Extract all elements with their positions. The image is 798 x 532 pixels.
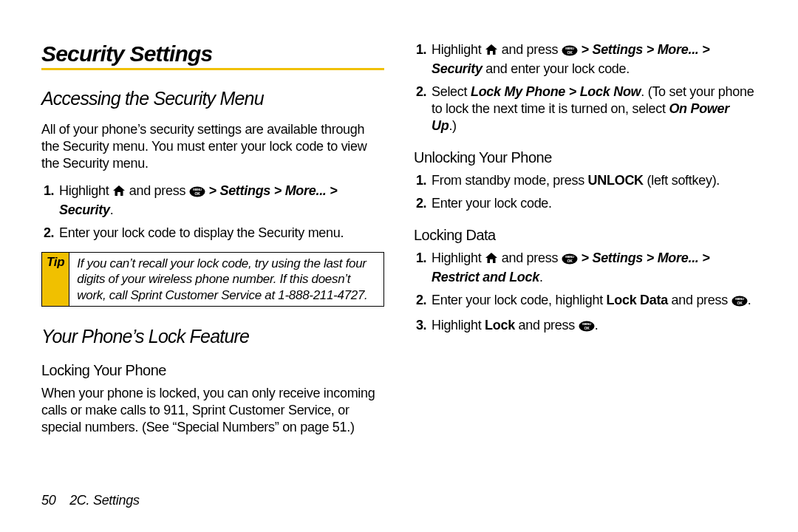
step-2: Enter your lock code. xyxy=(430,195,757,212)
heading-locking-data: Locking Data xyxy=(414,227,757,244)
right-column: Highlight and press MENUOK > Settings > … xyxy=(414,41,757,446)
step-1: Highlight and press MENUOK > Settings > … xyxy=(58,183,384,219)
page-footer: 50 2C. Settings xyxy=(41,493,140,508)
home-icon xyxy=(485,43,498,60)
svg-text:OK: OK xyxy=(567,259,573,263)
tip-label: Tip xyxy=(42,253,69,306)
heading-accessing: Accessing the Security Menu xyxy=(41,88,384,109)
home-icon xyxy=(485,251,498,268)
intro-paragraph: All of your phone’s security settings ar… xyxy=(41,121,384,172)
page-title: Security Settings xyxy=(41,41,384,66)
step-1: Highlight and press MENUOK > Settings > … xyxy=(430,41,757,78)
step-1: Highlight and press MENUOK > Settings > … xyxy=(430,250,757,286)
columns: Security Settings Accessing the Security… xyxy=(41,41,757,446)
page-number: 50 xyxy=(41,493,55,508)
step-1: From standby mode, press UNLOCK (left so… xyxy=(430,172,757,189)
steps-unlock: From standby mode, press UNLOCK (left so… xyxy=(414,172,757,212)
ok-button-icon: MENUOK xyxy=(562,252,578,269)
svg-text:OK: OK xyxy=(567,50,573,55)
locking-para: When your phone is locked, you can only … xyxy=(41,385,384,436)
section-label: 2C. Settings xyxy=(69,493,139,508)
heading-unlocking: Unlocking Your Phone xyxy=(414,149,757,166)
svg-text:OK: OK xyxy=(584,326,590,330)
svg-text:OK: OK xyxy=(737,301,743,305)
steps-lock-data: Highlight and press MENUOK > Settings > … xyxy=(414,250,757,336)
home-icon xyxy=(112,184,126,201)
tip-box: Tip If you can’t recall your lock code, … xyxy=(41,252,384,307)
steps-access-security: Highlight and press MENUOK > Settings > … xyxy=(41,183,384,242)
step-3: Highlight Lock and press MENUOK . xyxy=(430,317,757,336)
left-column: Security Settings Accessing the Security… xyxy=(41,41,384,446)
ok-button-icon: MENUOK xyxy=(732,294,748,311)
step-2: Select Lock My Phone > Lock Now. (To set… xyxy=(430,83,757,134)
title-underline xyxy=(41,68,384,70)
ok-button-icon: MENUOK xyxy=(562,44,578,61)
step-2: Enter your lock code to display the Secu… xyxy=(58,225,384,242)
svg-text:OK: OK xyxy=(194,191,200,196)
manual-page: Security Settings Accessing the Security… xyxy=(0,0,798,532)
tip-text: If you can’t recall your lock code, try … xyxy=(69,253,383,306)
ok-button-icon: MENUOK xyxy=(189,185,205,202)
steps-lock-phone: Highlight and press MENUOK > Settings > … xyxy=(414,41,757,134)
ok-button-icon: MENUOK xyxy=(579,319,595,336)
heading-lock-feature: Your Phone’s Lock Feature xyxy=(41,326,384,347)
step-2: Enter your lock code, highlight Lock Dat… xyxy=(430,292,757,311)
heading-locking-phone: Locking Your Phone xyxy=(41,362,384,379)
